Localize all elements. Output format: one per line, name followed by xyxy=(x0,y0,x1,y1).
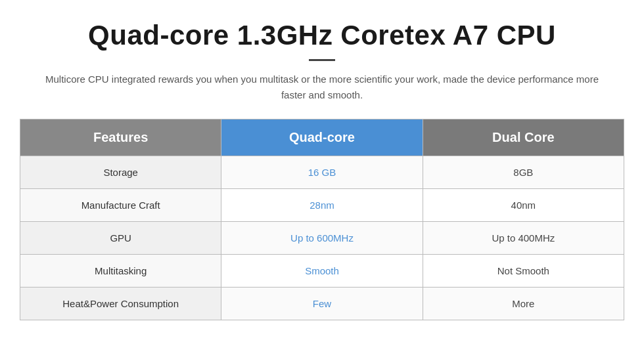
feature-label: GPU xyxy=(20,222,221,255)
page-container: Quad-core 1.3GHz Coretex A7 CPU Multicor… xyxy=(0,0,644,333)
page-title: Quad-core 1.3GHz Coretex A7 CPU xyxy=(20,20,624,51)
quadcore-value: Few xyxy=(221,288,423,320)
feature-label: Storage xyxy=(20,156,221,189)
quadcore-value: Smooth xyxy=(221,255,423,288)
dualcore-value: Not Smooth xyxy=(423,255,624,288)
dualcore-value: 40nm xyxy=(423,189,624,222)
table-body: Storage16 GB8GBManufacture Craft28nm40nm… xyxy=(20,156,624,320)
feature-label: Multitasking xyxy=(20,255,221,288)
table-row: MultitaskingSmoothNot Smooth xyxy=(20,255,624,288)
feature-label: Heat&Power Consumption xyxy=(20,288,221,320)
table-row: Heat&Power ConsumptionFewMore xyxy=(20,288,624,320)
table-header-row: Features Quad-core Dual Core xyxy=(20,119,624,156)
table-row: Storage16 GB8GB xyxy=(20,156,624,189)
feature-label: Manufacture Craft xyxy=(20,189,221,222)
quadcore-value: 28nm xyxy=(221,189,423,222)
dualcore-value: 8GB xyxy=(423,156,624,189)
col-header-features: Features xyxy=(20,119,221,156)
table-row: GPUUp to 600MHzUp to 400MHz xyxy=(20,222,624,255)
quadcore-value: Up to 600MHz xyxy=(221,222,423,255)
col-header-dualcore: Dual Core xyxy=(423,119,624,156)
dualcore-value: More xyxy=(423,288,624,320)
col-header-quadcore: Quad-core xyxy=(221,119,423,156)
quadcore-value: 16 GB xyxy=(221,156,423,189)
page-subtitle: Multicore CPU integrated rewards you whe… xyxy=(20,72,624,103)
dualcore-value: Up to 400MHz xyxy=(423,222,624,255)
table-row: Manufacture Craft28nm40nm xyxy=(20,189,624,222)
title-divider xyxy=(309,59,335,61)
comparison-table: Features Quad-core Dual Core Storage16 G… xyxy=(20,119,624,320)
